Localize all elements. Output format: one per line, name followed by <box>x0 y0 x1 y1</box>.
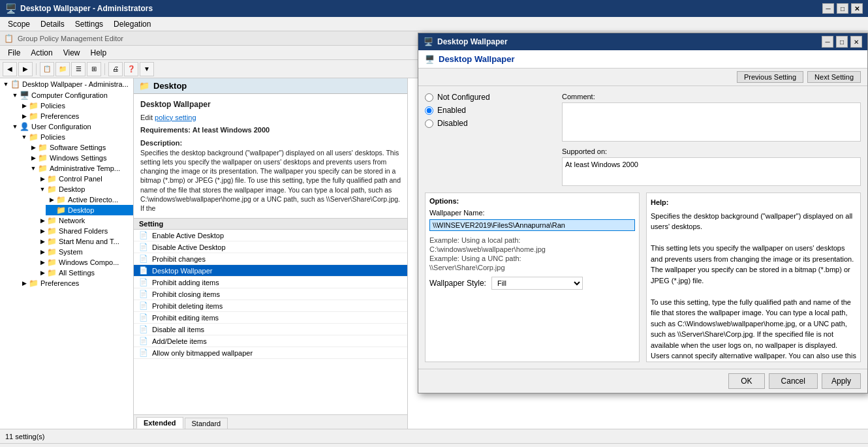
radio-enabled-input[interactable] <box>425 106 433 115</box>
modal-toolbar: Previous Setting Next Setting <box>418 69 867 86</box>
main-window: 🖥️ Desktop Wallpaper - Administrators ─ … <box>0 0 868 447</box>
wallpaper-name-input[interactable] <box>429 219 635 231</box>
wallpaper-name-label: Wallpaper Name: <box>429 209 635 217</box>
supported-label: Supported on: <box>562 147 861 155</box>
modal-header-icon: 🖥️ <box>425 55 435 64</box>
radio-group: Not Configured Enabled Disabled <box>425 93 555 128</box>
cancel-btn[interactable]: Cancel <box>769 373 818 389</box>
modal-header: 🖥️ Desktop Wallpaper <box>418 50 867 69</box>
style-row: Wallpaper Style: Fill Stretch Tile Cente… <box>429 277 635 290</box>
supported-row: Supported on: At least Windows 2000 <box>562 147 861 186</box>
style-label: Wallpaper Style: <box>429 279 486 288</box>
radio-disabled-label: Disabled <box>437 119 468 128</box>
radio-enabled-label: Enabled <box>437 106 466 115</box>
modal-title-left: 🖥️ Desktop Wallpaper <box>424 37 508 46</box>
radio-not-configured-label: Not Configured <box>437 93 490 102</box>
comment-textarea[interactable] <box>562 102 861 142</box>
modal-options-layout: Options: Wallpaper Name: Example: Using … <box>425 193 861 362</box>
comment-label: Comment: <box>562 93 861 100</box>
help-label: Help: <box>651 197 856 208</box>
modal-right: Comment: Supported on: At least Windows … <box>562 93 861 186</box>
help-text: Specifies the desktop background ("wallp… <box>651 211 856 363</box>
example-unc-path: \\Server\Share\Corp.jpg <box>429 264 635 271</box>
modal-close-btn[interactable]: ✕ <box>850 36 862 48</box>
radio-not-configured-input[interactable] <box>425 93 433 102</box>
radio-not-configured[interactable]: Not Configured <box>425 93 555 102</box>
prev-setting-btn[interactable]: Previous Setting <box>737 71 803 83</box>
modal-minimize-btn[interactable]: ─ <box>822 36 833 48</box>
modal-body: Not Configured Enabled Disabled <box>418 86 867 193</box>
modal-window: 🖥️ Desktop Wallpaper ─ □ ✕ 🖥️ Desktop Wa… <box>418 33 868 393</box>
example-local-path: C:\windows\web\wallpaper\home.jpg <box>429 245 635 253</box>
example-local-label: Example: Using a local path: <box>429 236 635 244</box>
ok-btn[interactable]: OK <box>728 373 764 389</box>
modal-title-controls: ─ □ ✕ <box>822 36 862 48</box>
modal-options-area: Options: Wallpaper Name: Example: Using … <box>418 193 867 369</box>
modal-footer: OK Cancel Apply <box>418 369 867 393</box>
supported-value: At least Windows 2000 <box>562 157 861 186</box>
modal-title-text: Desktop Wallpaper <box>437 37 508 46</box>
supported-text: At least Windows 2000 <box>565 161 858 168</box>
comment-row: Comment: <box>562 93 861 144</box>
radio-disabled-input[interactable] <box>425 119 433 128</box>
modal-header-title: Desktop Wallpaper <box>439 54 515 64</box>
options-panel-label: Options: <box>429 197 635 205</box>
modal-overlay: 🖥️ Desktop Wallpaper ─ □ ✕ 🖥️ Desktop Wa… <box>0 0 868 447</box>
modal-title-icon: 🖥️ <box>424 37 433 46</box>
radio-disabled[interactable]: Disabled <box>425 119 555 128</box>
help-panel: Help: Specifies the desktop background (… <box>646 193 861 362</box>
modal-left: Not Configured Enabled Disabled <box>425 93 555 186</box>
apply-btn[interactable]: Apply <box>822 373 861 389</box>
radio-enabled[interactable]: Enabled <box>425 106 555 115</box>
example-unc-label: Example: Using a UNC path: <box>429 254 635 262</box>
modal-title-bar: 🖥️ Desktop Wallpaper ─ □ ✕ <box>418 33 867 50</box>
next-setting-btn[interactable]: Next Setting <box>807 71 861 83</box>
style-select[interactable]: Fill Stretch Tile Center Fit Span <box>491 277 583 290</box>
modal-maximize-btn[interactable]: □ <box>836 36 848 48</box>
options-panel: Options: Wallpaper Name: Example: Using … <box>425 193 640 362</box>
